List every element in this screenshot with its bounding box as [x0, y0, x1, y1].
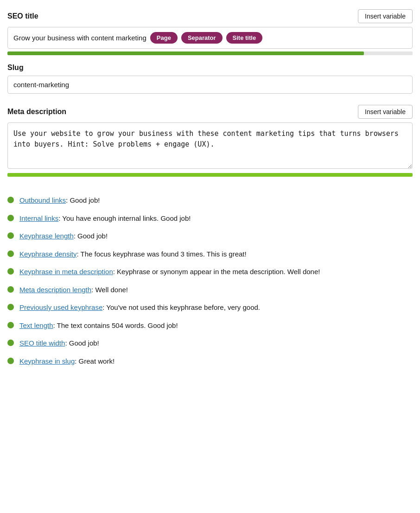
slug-label: Slug: [7, 64, 24, 72]
check-message: : Great work!: [75, 357, 115, 365]
check-message: : Keyphrase or synonym appear in the met…: [113, 268, 320, 276]
meta-description-label: Meta description: [7, 108, 66, 116]
green-dot-icon: [7, 286, 14, 293]
check-link[interactable]: Text length: [19, 321, 53, 329]
check-message: : You've not used this keyphrase before,…: [102, 303, 260, 311]
check-message: : Good job!: [66, 196, 100, 204]
green-dot-icon: [7, 322, 14, 328]
check-message: : The focus keyphrase was found 3 times.…: [76, 250, 246, 258]
check-message: : The text contains 504 words. Good job!: [53, 321, 178, 329]
check-item: SEO title width: Good job!: [7, 334, 413, 353]
check-text: SEO title width: Good job!: [19, 338, 99, 349]
meta-description-progress-fill: [7, 173, 413, 177]
green-dot-icon: [7, 215, 14, 221]
check-item: Meta description length: Well done!: [7, 281, 413, 299]
check-message: : Good job!: [65, 339, 99, 347]
check-link[interactable]: Outbound links: [19, 196, 66, 204]
slug-input[interactable]: [7, 76, 413, 94]
check-link[interactable]: SEO title width: [19, 339, 65, 347]
check-message: : You have enough internal links. Good j…: [58, 214, 191, 222]
pill-separator[interactable]: Separator: [181, 32, 223, 44]
seo-title-progress-fill: [7, 51, 364, 55]
seo-title-progress-bar: [7, 51, 413, 55]
meta-description-header: Meta description Insert variable: [7, 105, 413, 119]
check-text: Keyphrase density: The focus keyphrase w…: [19, 249, 247, 260]
check-text: Keyphrase in slug: Great work!: [19, 356, 115, 367]
slug-section: Slug: [7, 64, 413, 94]
meta-description-section: Meta description Insert variable Use you…: [7, 105, 413, 177]
seo-title-prefix: Grow your business with content marketin…: [13, 34, 146, 42]
check-item: Text length: The text contains 504 words…: [7, 317, 413, 335]
meta-description-insert-variable-button[interactable]: Insert variable: [358, 105, 413, 119]
seo-title-section: SEO title Insert variable Grow your busi…: [7, 9, 413, 55]
check-link[interactable]: Keyphrase in slug: [19, 357, 75, 365]
check-link[interactable]: Keyphrase length: [19, 232, 74, 240]
pill-site-title[interactable]: Site title: [226, 32, 263, 44]
check-item: Keyphrase in meta description: Keyphrase…: [7, 263, 413, 281]
slug-header: Slug: [7, 64, 413, 72]
green-dot-icon: [7, 358, 14, 364]
seo-checks-list: Outbound links: Good job!Internal links:…: [7, 192, 413, 370]
check-link[interactable]: Keyphrase density: [19, 250, 76, 258]
check-message: : Well done!: [91, 286, 128, 294]
green-dot-icon: [7, 250, 14, 257]
check-text: Internal links: You have enough internal…: [19, 213, 191, 224]
check-text: Keyphrase in meta description: Keyphrase…: [19, 267, 320, 277]
check-item: Keyphrase density: The focus keyphrase w…: [7, 245, 413, 263]
check-link[interactable]: Keyphrase in meta description: [19, 268, 113, 276]
seo-title-field[interactable]: Grow your business with content marketin…: [7, 27, 413, 49]
check-link[interactable]: Meta description length: [19, 286, 91, 294]
seo-title-insert-variable-button[interactable]: Insert variable: [358, 9, 413, 23]
green-dot-icon: [7, 232, 14, 239]
check-item: Internal links: You have enough internal…: [7, 210, 413, 228]
meta-description-progress-bar: [7, 173, 413, 177]
green-dot-icon: [7, 268, 14, 275]
seo-title-label: SEO title: [7, 12, 38, 20]
green-dot-icon: [7, 304, 14, 310]
check-link[interactable]: Previously used keyphrase: [19, 303, 102, 311]
check-text: Previously used keyphrase: You've not us…: [19, 302, 260, 313]
check-item: Outbound links: Good job!: [7, 192, 413, 210]
check-text: Text length: The text contains 504 words…: [19, 321, 178, 331]
green-dot-icon: [7, 340, 14, 346]
check-text: Meta description length: Well done!: [19, 285, 128, 295]
check-item: Keyphrase length: Good job!: [7, 227, 413, 245]
check-link[interactable]: Internal links: [19, 214, 58, 222]
check-item: Previously used keyphrase: You've not us…: [7, 299, 413, 317]
pill-page[interactable]: Page: [150, 32, 178, 44]
check-item: Keyphrase in slug: Great work!: [7, 353, 413, 371]
meta-description-textarea[interactable]: Use your website to grow your business w…: [7, 122, 413, 169]
check-text: Outbound links: Good job!: [19, 195, 100, 206]
check-text: Keyphrase length: Good job!: [19, 231, 108, 242]
green-dot-icon: [7, 197, 14, 203]
check-message: : Good job!: [74, 232, 108, 240]
seo-title-header: SEO title Insert variable: [7, 9, 413, 23]
